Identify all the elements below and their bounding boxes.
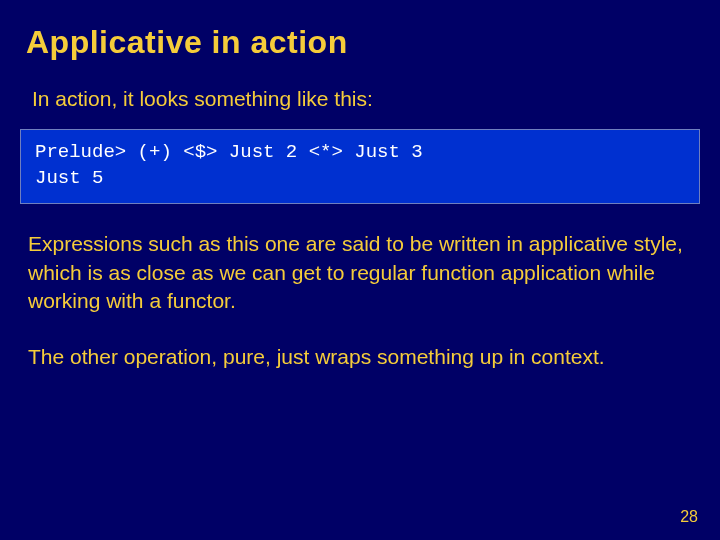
body-paragraph-2: The other operation, pure, just wraps so…: [0, 343, 720, 371]
body-paragraph-1: Expressions such as this one are said to…: [0, 230, 720, 315]
code-line-2: Just 5: [35, 167, 103, 189]
code-block: Prelude> (+) <$> Just 2 <*> Just 3 Just …: [20, 129, 700, 204]
code-line-1: Prelude> (+) <$> Just 2 <*> Just 3: [35, 141, 423, 163]
slide: Applicative in action In action, it look…: [0, 0, 720, 540]
slide-title: Applicative in action: [0, 0, 720, 61]
page-number: 28: [680, 508, 698, 526]
intro-text: In action, it looks something like this:: [0, 61, 720, 111]
